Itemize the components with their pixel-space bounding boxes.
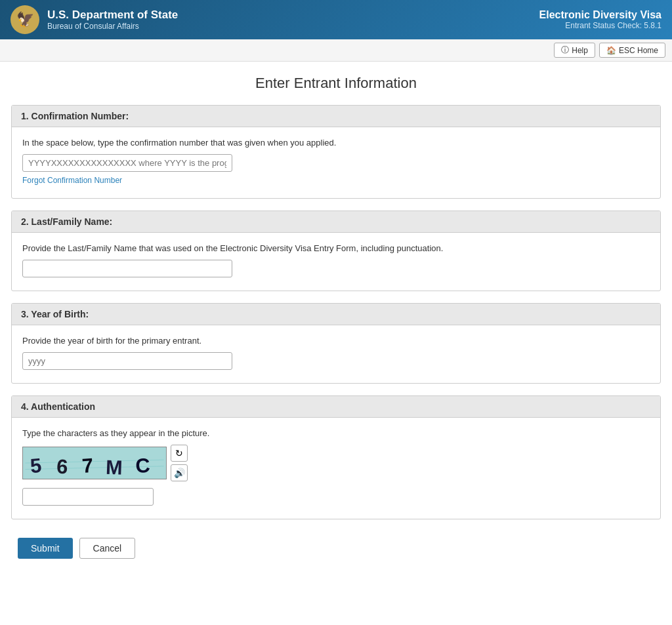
confirmation-number-input[interactable] <box>22 154 232 172</box>
forgot-confirmation-link[interactable]: Forgot Confirmation Number <box>22 176 122 185</box>
cancel-button[interactable]: Cancel <box>79 538 136 559</box>
section-last-name-body: Provide the Last/Family Name that was us… <box>12 233 660 291</box>
section-last-name: 2. Last/Family Name: Provide the Last/Fa… <box>11 211 661 291</box>
agency-name: U.S. Department of State <box>47 9 178 22</box>
section-last-name-header: 2. Last/Family Name: <box>12 211 660 233</box>
main-content: Enter Entrant Information 1. Confirmatio… <box>5 62 667 585</box>
submit-button[interactable]: Submit <box>18 538 73 559</box>
help-icon: ⓘ <box>561 45 569 56</box>
captcha-image: 5 6 7 M C <box>22 447 167 479</box>
last-name-desc: Provide the Last/Family Name that was us… <box>22 243 650 253</box>
home-button[interactable]: 🏠 ESC Home <box>599 43 665 58</box>
section-authentication-body: Type the characters as they appear in th… <box>12 418 660 519</box>
svg-text:M: M <box>106 456 123 479</box>
captcha-refresh-button[interactable]: ↻ <box>171 445 188 462</box>
captcha-controls: ↻ 🔊 <box>171 445 188 481</box>
svg-text:7: 7 <box>81 454 94 477</box>
section-confirmation: 1. Confirmation Number: In the space bel… <box>11 105 661 199</box>
section-year-of-birth-header: 3. Year of Birth: <box>12 304 660 325</box>
captcha-audio-button[interactable]: 🔊 <box>171 464 188 481</box>
home-icon: 🏠 <box>606 46 616 55</box>
section-authentication-header: 4. Authentication <box>12 396 660 418</box>
header-right: Electronic Diversity Visa Entrant Status… <box>539 9 662 30</box>
year-of-birth-input[interactable] <box>22 352 232 370</box>
header-title: U.S. Department of State Bureau of Consu… <box>47 9 178 31</box>
top-nav: ⓘ Help 🏠 ESC Home <box>0 39 672 62</box>
help-button[interactable]: ⓘ Help <box>554 43 595 58</box>
svg-text:C: C <box>135 454 151 477</box>
refresh-icon: ↻ <box>175 448 183 458</box>
svg-text:6: 6 <box>56 455 68 479</box>
page-title: Enter Entrant Information <box>11 75 661 92</box>
year-of-birth-desc: Provide the year of birth for the primar… <box>22 336 650 346</box>
section-confirmation-body: In the space below, type the confirmatio… <box>12 127 660 198</box>
visa-title: Electronic Diversity Visa <box>539 9 662 21</box>
captcha-container: 5 6 7 M C ↻ 🔊 <box>22 445 650 481</box>
seal-icon: 🦅 <box>10 5 39 34</box>
header-left: 🦅 U.S. Department of State Bureau of Con… <box>10 5 178 34</box>
svg-text:5: 5 <box>30 454 44 478</box>
section-year-of-birth: 3. Year of Birth: Provide the year of bi… <box>11 303 661 384</box>
captcha-input[interactable] <box>22 488 154 506</box>
bureau-name: Bureau of Consular Affairs <box>47 22 178 31</box>
audio-icon: 🔊 <box>174 468 185 478</box>
section-authentication: 4. Authentication Type the characters as… <box>11 395 661 519</box>
form-actions: Submit Cancel <box>11 531 661 565</box>
authentication-desc: Type the characters as they appear in th… <box>22 428 650 438</box>
last-name-input[interactable] <box>22 260 232 277</box>
confirmation-desc: In the space below, type the confirmatio… <box>22 138 650 148</box>
page-header: 🦅 U.S. Department of State Bureau of Con… <box>0 0 672 39</box>
captcha-svg: 5 6 7 M C <box>23 447 166 479</box>
section-year-of-birth-body: Provide the year of birth for the primar… <box>12 325 660 383</box>
section-confirmation-header: 1. Confirmation Number: <box>12 106 660 127</box>
version-label: Entrant Status Check: 5.8.1 <box>539 21 662 30</box>
